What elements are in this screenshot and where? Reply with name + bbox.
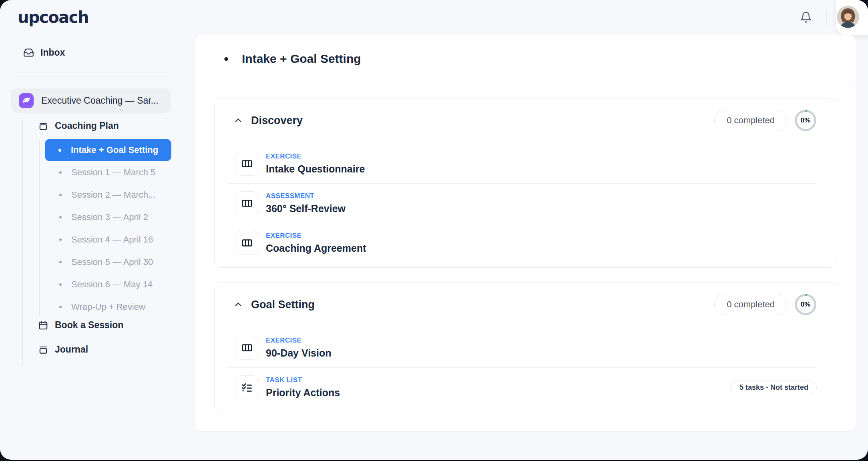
completed-badge: 0 completed xyxy=(714,110,787,131)
content-panel: • Intake + Goal Setting Discovery 0 comp… xyxy=(195,35,856,431)
bullet-icon xyxy=(59,306,62,308)
sidebar-plan-item-intake[interactable]: Intake + Goal Setting xyxy=(45,139,171,161)
plan-item-label: Wrap-Up + Review xyxy=(71,302,145,312)
user-avatar[interactable] xyxy=(837,6,859,28)
sidebar-plan-item-session-4[interactable]: Session 4 — April 16 xyxy=(45,228,171,251)
sidebar-item-coaching-plan[interactable]: Coaching Plan xyxy=(38,120,119,131)
journal-icon xyxy=(38,121,48,131)
item-type-label: EXERCISE xyxy=(266,232,366,240)
section-card-discovery: Discovery 0 completed 0% xyxy=(214,98,836,268)
page-body: Discovery 0 completed 0% xyxy=(195,82,856,412)
tasks-status-badge: 5 tasks - Not started xyxy=(731,381,817,394)
columns-icon xyxy=(235,336,259,360)
list-item-360-self-review[interactable]: ASSESSMENT 360° Self-Review xyxy=(228,183,817,223)
plan-item-label: Intake + Goal Setting xyxy=(71,145,158,155)
sidebar-item-program[interactable]: Executive Coaching — Sar... xyxy=(11,88,171,113)
notifications-button[interactable] xyxy=(798,9,814,26)
columns-icon xyxy=(235,191,259,215)
journal-label: Journal xyxy=(55,344,88,355)
app-window: upcoach In xyxy=(0,0,868,460)
task-list-icon xyxy=(235,375,259,399)
completed-badge: 0 completed xyxy=(714,294,787,315)
bullet-icon xyxy=(59,283,62,286)
section-header: Goal Setting 0 completed 0% xyxy=(228,297,817,312)
chevron-up-icon[interactable] xyxy=(233,300,243,309)
calendar-icon xyxy=(38,320,48,331)
progress-percent: 0% xyxy=(794,293,817,316)
page-header: • Intake + Goal Setting xyxy=(195,35,856,82)
inbox-icon xyxy=(23,47,34,58)
journal-icon xyxy=(38,345,48,355)
item-type-label: ASSESSMENT xyxy=(266,192,346,200)
item-title: Priority Actions xyxy=(266,387,340,399)
progress-ring: 0% xyxy=(794,293,817,316)
program-label: Executive Coaching — Sar... xyxy=(41,95,159,106)
tree-line-outer xyxy=(22,118,23,366)
item-title: 360° Self-Review xyxy=(266,203,346,214)
section-items: EXERCISE 90-Day Vision xyxy=(228,328,817,407)
item-type-label: EXERCISE xyxy=(266,337,332,345)
section-card-goal-setting: Goal Setting 0 completed 0% xyxy=(214,282,836,412)
sidebar-plan-item-session-1[interactable]: Session 1 — March 5 xyxy=(45,161,171,184)
plan-item-label: Session 6 — May 14 xyxy=(71,279,153,290)
columns-icon xyxy=(235,231,259,255)
sidebar-plan-item-session-5[interactable]: Session 5 — April 30 xyxy=(45,251,171,273)
section-title: Discovery xyxy=(251,114,303,127)
list-item-coaching-agreement[interactable]: EXERCISE Coaching Agreement xyxy=(228,223,817,263)
topbar-divider xyxy=(826,9,827,25)
bullet-icon xyxy=(59,261,62,263)
upcoach-logo: upcoach xyxy=(18,8,88,26)
avatar-illustration xyxy=(837,6,859,28)
book-session-label: Book a Session xyxy=(55,320,123,331)
sidebar-item-journal[interactable]: Journal xyxy=(38,344,88,355)
section-items: EXERCISE Intake Questionnaire ASSESSMENT xyxy=(228,144,817,263)
tree-line-inner xyxy=(39,140,40,316)
section-title: Goal Setting xyxy=(251,299,315,311)
inbox-label: Inbox xyxy=(40,47,65,58)
progress-ring: 0% xyxy=(794,109,817,132)
sidebar-plan-item-session-6[interactable]: Session 6 — May 14 xyxy=(45,273,171,296)
plan-item-label: Session 2 — March... xyxy=(71,190,155,200)
sidebar-plan-item-session-2[interactable]: Session 2 — March... xyxy=(45,184,171,206)
bullet-icon xyxy=(59,239,62,241)
plan-item-label: Session 5 — April 30 xyxy=(71,257,153,267)
list-item-90-day-vision[interactable]: EXERCISE 90-Day Vision xyxy=(228,328,817,367)
dolphin-icon xyxy=(19,93,34,108)
sidebar-plan-item-wrap-up[interactable]: Wrap-Up + Review xyxy=(45,296,171,318)
item-title: 90-Day Vision xyxy=(266,347,332,359)
bullet-icon xyxy=(59,194,62,196)
bullet-icon xyxy=(59,216,62,218)
progress-percent: 0% xyxy=(794,109,817,132)
coaching-plan-label: Coaching Plan xyxy=(55,120,119,131)
plan-item-label: Session 4 — April 16 xyxy=(71,235,153,245)
bullet-icon xyxy=(58,149,61,152)
list-item-intake-questionnaire[interactable]: EXERCISE Intake Questionnaire xyxy=(228,144,817,183)
item-type-label: EXERCISE xyxy=(266,152,365,160)
bell-icon xyxy=(800,11,812,23)
sidebar-divider xyxy=(10,76,170,76)
bullet-icon xyxy=(59,171,62,174)
sidebar-item-book-session[interactable]: Book a Session xyxy=(38,320,123,331)
chevron-up-icon[interactable] xyxy=(233,116,243,125)
section-header: Discovery 0 completed 0% xyxy=(228,113,817,128)
list-item-priority-actions[interactable]: TASK LIST Priority Actions 5 tasks - Not… xyxy=(228,367,817,407)
plan-item-label: Session 3 — April 2 xyxy=(71,212,148,222)
sidebar-plan-item-session-3[interactable]: Session 3 — April 2 xyxy=(45,206,171,228)
item-type-label: TASK LIST xyxy=(266,376,340,384)
sidebar-item-inbox[interactable]: Inbox xyxy=(23,47,65,58)
item-title: Coaching Agreement xyxy=(266,243,366,254)
plan-item-label: Session 1 — March 5 xyxy=(71,167,155,178)
columns-icon xyxy=(235,152,259,176)
page-title: Intake + Goal Setting xyxy=(242,52,361,66)
item-title: Intake Questionnaire xyxy=(266,163,365,175)
